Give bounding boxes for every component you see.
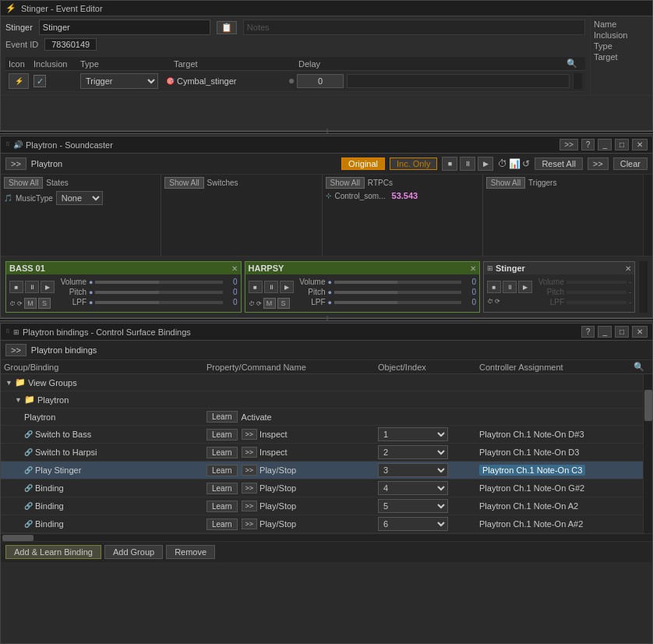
sc-arrow-right-btn[interactable]: >> xyxy=(588,157,609,170)
table-row[interactable]: 🔗 Binding Learn >> Play/Stop 4 Playtr xyxy=(1,479,643,497)
switch-harpsi-learn-btn[interactable]: Learn xyxy=(206,447,238,458)
harpsy-lpf-val: 0 xyxy=(464,298,476,306)
bindings-close-btn[interactable]: ✕ xyxy=(632,326,648,338)
bass01-transport: ■ ⏸ ▶ ⏱ ⟳ M S xyxy=(9,281,55,309)
bindings-h-scroll[interactable] xyxy=(1,533,652,541)
table-row[interactable]: 🔗 Binding Learn >> Play/Stop 5 Playtr xyxy=(1,497,643,515)
switch-harpsi-obj-select[interactable]: 2 xyxy=(378,445,448,459)
table-row[interactable]: 🔗 Switch to Harpsi Learn >> Inspect 2 xyxy=(1,444,643,462)
table-row[interactable]: ▼ 📁 Playtron xyxy=(1,391,643,409)
soundcaster-close-btn[interactable]: ✕ xyxy=(632,139,648,150)
switch-bass-arrow-btn[interactable]: >> xyxy=(242,429,258,440)
switches-show-all-btn[interactable]: Show All xyxy=(164,177,203,189)
binding4-obj-select[interactable]: 4 xyxy=(378,481,448,495)
bindings-scrollbar[interactable] xyxy=(643,374,652,533)
harpsy-stop-btn[interactable]: ■ xyxy=(249,281,263,293)
bass01-lpf-slider[interactable] xyxy=(95,301,222,304)
stinger-play-btn[interactable]: ▶ xyxy=(518,281,532,293)
bass01-play-btn[interactable]: ▶ xyxy=(41,281,55,293)
bindings-h-scroll-thumb[interactable] xyxy=(2,535,34,541)
remove-btn[interactable]: Remove xyxy=(166,545,215,559)
music-type-select[interactable]: None xyxy=(56,191,103,205)
inclusion-checkbox[interactable]: ✓ xyxy=(34,75,46,87)
bass01-vol-slider[interactable] xyxy=(95,281,222,284)
bass01-pitch-val: 0 xyxy=(225,288,238,296)
sc-pause-btn[interactable]: ⏸ xyxy=(460,157,475,171)
bass01-solo-btn[interactable]: S xyxy=(38,298,51,309)
switch-harpsi-arrow-btn[interactable]: >> xyxy=(242,447,258,458)
resize-handle-2[interactable] xyxy=(0,318,653,321)
event-id-label: Event ID xyxy=(5,40,38,49)
binding5-arrow-btn[interactable]: >> xyxy=(242,501,258,511)
stinger-card-close-btn[interactable]: ✕ xyxy=(625,264,631,273)
bt-header-search-icon[interactable]: 🔍 xyxy=(634,362,649,372)
notes-toggle-btn[interactable]: 📋 xyxy=(217,21,237,34)
harpsy-vol-slider[interactable] xyxy=(334,281,461,284)
harpsy-solo-btn[interactable]: S xyxy=(277,298,290,309)
music-type-row: 🎵 MusicType None xyxy=(4,191,157,205)
binding4-learn-btn[interactable]: Learn xyxy=(206,483,238,494)
binding6-arrow-btn[interactable]: >> xyxy=(242,518,258,529)
table-row[interactable]: 🔗 Binding Learn >> Play/Stop 6 Playtr xyxy=(1,515,643,533)
soundcaster-help-btn[interactable]: ? xyxy=(581,139,595,150)
table-row[interactable]: ▼ 📁 View Groups xyxy=(1,374,643,391)
sc-clear-btn[interactable]: Clear xyxy=(613,157,648,170)
stinger-stop-btn[interactable]: ■ xyxy=(487,281,501,293)
harpsy-mute-btn[interactable]: M xyxy=(263,298,276,309)
col-header-search-icon[interactable]: 🔍 xyxy=(567,58,582,69)
sc-original-btn[interactable]: Original xyxy=(341,157,385,170)
binding6-learn-btn[interactable]: Learn xyxy=(206,518,238,530)
binding4-arrow-btn[interactable]: >> xyxy=(242,483,258,494)
harpsy-lpf-slider[interactable] xyxy=(334,301,461,304)
bass01-pause-btn[interactable]: ⏸ xyxy=(25,281,39,293)
delay-input[interactable] xyxy=(297,74,344,88)
switch-bass-obj-select[interactable]: 1 xyxy=(378,427,448,441)
bass01-stop-btn[interactable]: ■ xyxy=(9,281,23,293)
play-stinger-obj-select[interactable]: 3 xyxy=(378,463,448,477)
soundcaster-expand-btn[interactable]: >> xyxy=(559,139,578,150)
bindings-help-btn[interactable]: ? xyxy=(581,326,595,338)
type-select[interactable]: Trigger xyxy=(80,73,158,89)
target-icon: 🎯 xyxy=(166,77,175,85)
play-stinger-arrow-btn[interactable]: >> xyxy=(242,465,258,476)
rtpcs-show-all-btn[interactable]: Show All xyxy=(326,177,365,189)
sc-stop-btn[interactable]: ■ xyxy=(442,157,457,171)
bindings-scroll-thumb[interactable] xyxy=(644,390,652,421)
states-show-all-btn[interactable]: Show All xyxy=(4,177,43,189)
harpsy-play-btn[interactable]: ▶ xyxy=(280,281,294,293)
binding5-obj-select[interactable]: 5 xyxy=(378,499,448,513)
add-group-btn[interactable]: Add Group xyxy=(104,545,163,559)
bindings-arrow-btn[interactable]: >> xyxy=(5,344,26,356)
playtron-learn-btn[interactable]: Learn xyxy=(206,411,238,423)
sc-scroll[interactable] xyxy=(643,175,652,256)
harpsy-close-btn[interactable]: ✕ xyxy=(470,264,476,273)
bass01-mute-btn[interactable]: M xyxy=(24,298,37,309)
playtron-group-expand-icon: ▼ xyxy=(15,396,22,404)
sc-play-btn[interactable]: ▶ xyxy=(478,157,493,171)
sc-inc-only-btn[interactable]: Inc. Only xyxy=(390,157,437,170)
scroll-handle[interactable] xyxy=(573,73,582,89)
harpsy-pitch-slider[interactable] xyxy=(334,291,461,294)
soundcaster-maximize-btn[interactable]: □ xyxy=(615,139,629,150)
play-stinger-learn-btn[interactable]: Learn xyxy=(206,465,238,476)
bass01-close-btn[interactable]: ✕ xyxy=(231,264,238,273)
switches-label: Switches xyxy=(207,179,238,187)
table-row[interactable]: 🔗 Switch to Bass Learn >> Inspect 1 P xyxy=(1,426,643,444)
soundcaster-minimize-btn[interactable]: _ xyxy=(598,139,612,150)
table-row[interactable]: Playtron Learn Activate xyxy=(1,409,643,426)
bindings-maximize-btn[interactable]: □ xyxy=(615,326,629,338)
switch-bass-learn-btn[interactable]: Learn xyxy=(206,429,238,441)
triggers-show-all-btn[interactable]: Show All xyxy=(486,177,525,189)
harpsy-pause-btn[interactable]: ⏸ xyxy=(264,281,278,293)
bindings-minimize-btn[interactable]: _ xyxy=(598,326,612,338)
resize-handle-1[interactable] xyxy=(0,131,653,134)
sc-right-scroll[interactable] xyxy=(638,261,648,313)
binding6-obj-select[interactable]: 6 xyxy=(378,517,448,531)
bass01-pitch-slider[interactable] xyxy=(95,291,222,294)
sc-arrow-btn[interactable]: >> xyxy=(5,157,26,170)
table-row[interactable]: 🔗 Play Stinger Learn >> Play/Stop 3 P xyxy=(1,462,643,479)
add-learn-binding-btn[interactable]: Add & Learn Binding xyxy=(5,545,101,559)
binding5-learn-btn[interactable]: Learn xyxy=(206,501,238,512)
sc-reset-all-btn[interactable]: Reset All xyxy=(535,157,582,170)
stinger-pause-btn[interactable]: ⏸ xyxy=(503,281,517,293)
